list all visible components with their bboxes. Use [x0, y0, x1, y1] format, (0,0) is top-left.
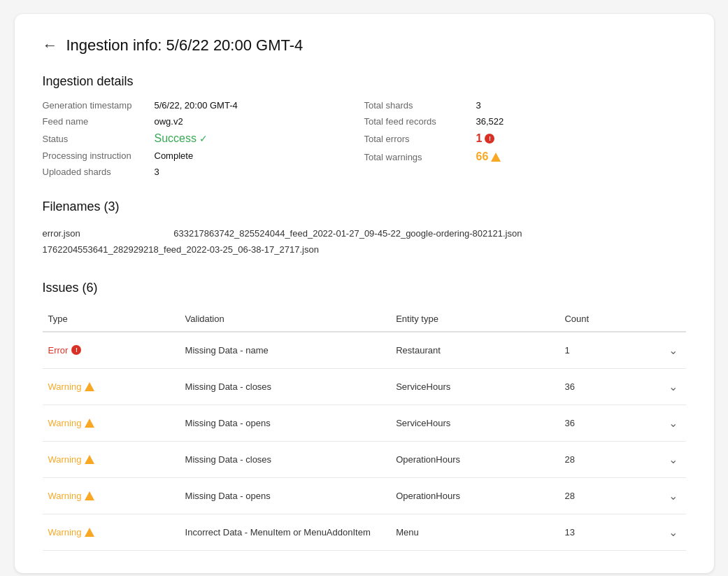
col-header-type: Type	[43, 307, 180, 332]
warning-triangle-icon	[491, 153, 501, 162]
cell-expand: ⌄	[643, 514, 685, 550]
cell-expand: ⌄	[643, 405, 685, 441]
value-generation-timestamp: 5/6/22, 20:00 GMT-4	[155, 100, 238, 111]
detail-row-uploaded-shards: Uploaded shards 3	[43, 167, 364, 177]
cell-entity-type: ServiceHours	[390, 405, 559, 441]
detail-row-status: Status Success ✓	[43, 132, 364, 145]
value-uploaded-shards: 3	[155, 167, 159, 177]
detail-row-feedname: Feed name owg.v2	[43, 116, 364, 127]
cell-expand: ⌄	[643, 368, 685, 405]
cell-validation: Missing Data - closes	[180, 368, 391, 405]
ingestion-details-title: Ingestion details	[43, 74, 686, 89]
cell-count: 1	[559, 332, 643, 369]
table-row: Warning Missing Data - closes OperationH…	[43, 441, 686, 477]
expand-button[interactable]: ⌄	[666, 524, 680, 540]
warning-triangle-icon	[85, 528, 94, 537]
expand-button[interactable]: ⌄	[666, 451, 680, 468]
details-right-col: Total shards 3 Total feed records 36,522…	[364, 100, 686, 177]
issues-title: Issues (6)	[43, 281, 686, 295]
label-total-shards: Total shards	[364, 100, 476, 111]
label-total-errors: Total errors	[364, 134, 476, 144]
cell-type: Error !	[43, 332, 180, 369]
expand-button[interactable]: ⌄	[666, 379, 680, 395]
check-icon: ✓	[199, 133, 208, 144]
cell-entity-type: OperationHours	[390, 477, 559, 514]
detail-row-total-errors: Total errors 1 !	[364, 132, 686, 145]
cell-validation: Missing Data - opens	[180, 405, 391, 441]
col-header-entity-type: Entity type	[390, 307, 559, 332]
type-warning-label: Warning	[48, 491, 174, 501]
error-dot-icon: !	[71, 345, 81, 355]
table-row: Warning Missing Data - opens ServiceHour…	[43, 405, 686, 441]
filenames-section: Filenames (3) error.json 633217863742_82…	[43, 199, 686, 258]
cell-validation: Missing Data - name	[180, 332, 391, 369]
value-status: Success ✓	[155, 132, 208, 145]
type-error-label: Error !	[48, 345, 174, 356]
label-total-feed-records: Total feed records	[364, 116, 476, 127]
value-feed-name: owg.v2	[155, 116, 183, 127]
error-count-number: 1	[476, 132, 483, 145]
table-row: Error ! Missing Data - name Restaurant 1…	[43, 332, 686, 369]
label-uploaded-shards: Uploaded shards	[43, 167, 155, 177]
cell-entity-type: Restaurant	[390, 332, 559, 369]
expand-button[interactable]: ⌄	[666, 342, 680, 358]
back-button[interactable]: ←	[43, 36, 58, 55]
cell-type: Warning	[43, 514, 180, 550]
cell-expand: ⌄	[643, 477, 685, 514]
detail-row-total-warnings: Total warnings 66	[364, 150, 686, 163]
label-generation-timestamp: Generation timestamp	[43, 100, 155, 111]
filenames-title: Filenames (3)	[43, 199, 686, 214]
warning-type-text: Warning	[48, 527, 82, 538]
cell-type: Warning	[43, 405, 180, 441]
issues-section: Issues (6) Type Validation Entity type C…	[43, 281, 686, 551]
cell-count: 36	[559, 405, 643, 441]
cell-entity-type: OperationHours	[390, 441, 559, 477]
detail-row-total-shards: Total shards 3	[364, 100, 686, 111]
error-type-text: Error	[48, 345, 69, 356]
label-feed-name: Feed name	[43, 116, 155, 127]
label-status: Status	[43, 134, 155, 144]
warning-triangle-icon	[85, 382, 94, 391]
value-total-errors: 1 !	[476, 132, 495, 145]
warning-triangle-icon	[85, 419, 94, 428]
table-row: Warning Missing Data - opens OperationHo…	[43, 477, 686, 514]
value-total-feed-records: 36,522	[476, 116, 504, 127]
type-warning-label: Warning	[48, 454, 174, 465]
filename-item: error.json 633217863742_825524044_feed_2…	[43, 225, 686, 241]
type-warning-label: Warning	[48, 418, 174, 428]
value-total-shards: 3	[476, 100, 481, 111]
cell-count: 36	[559, 368, 643, 405]
expand-button[interactable]: ⌄	[666, 488, 680, 504]
warning-count-number: 66	[476, 150, 489, 163]
cell-entity-type: Menu	[390, 514, 559, 550]
detail-row-timestamp: Generation timestamp 5/6/22, 20:00 GMT-4	[43, 100, 364, 111]
cell-type: Warning	[43, 477, 180, 514]
table-row: Warning Incorrect Data - MenuItem or Men…	[43, 514, 686, 550]
details-grid: Generation timestamp 5/6/22, 20:00 GMT-4…	[43, 100, 686, 177]
details-left-col: Generation timestamp 5/6/22, 20:00 GMT-4…	[43, 100, 364, 177]
main-card: ← Ingestion info: 5/6/22 20:00 GMT-4 Ing…	[15, 14, 714, 573]
cell-expand: ⌄	[643, 332, 685, 369]
warning-type-text: Warning	[48, 491, 82, 501]
issues-table-body: Error ! Missing Data - name Restaurant 1…	[43, 332, 686, 551]
filename-item: 1762204553641_282929218_feed_2022-03-25_…	[43, 241, 686, 258]
detail-row-processing: Processing instruction Complete	[43, 150, 364, 161]
cell-validation: Incorrect Data - MenuItem or MenuAddonIt…	[180, 514, 391, 550]
cell-validation: Missing Data - opens	[180, 477, 391, 514]
issues-table-header: Type Validation Entity type Count	[43, 307, 686, 332]
label-total-warnings: Total warnings	[364, 152, 476, 162]
back-arrow-icon: ←	[43, 36, 58, 55]
warning-type-text: Warning	[48, 381, 82, 392]
col-header-count: Count	[559, 307, 643, 332]
type-warning-label: Warning	[48, 381, 174, 392]
cell-type: Warning	[43, 368, 180, 405]
page-title: Ingestion info: 5/6/22 20:00 GMT-4	[66, 36, 304, 55]
cell-count: 28	[559, 441, 643, 477]
cell-count: 13	[559, 514, 643, 550]
value-processing-instruction: Complete	[155, 150, 194, 161]
table-row: Warning Missing Data - closes ServiceHou…	[43, 368, 686, 405]
expand-button[interactable]: ⌄	[666, 415, 680, 431]
detail-row-total-feed-records: Total feed records 36,522	[364, 116, 686, 127]
cell-count: 28	[559, 477, 643, 514]
cell-expand: ⌄	[643, 441, 685, 477]
